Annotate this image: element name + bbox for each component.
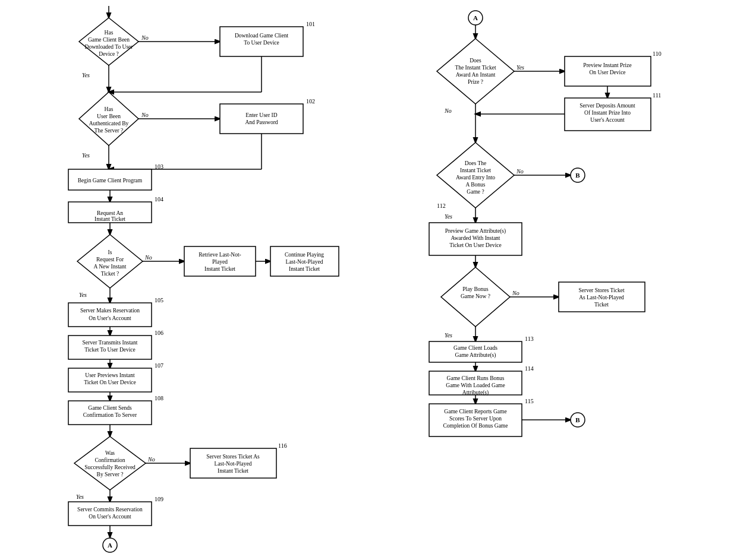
svg-text:Game Client Reports Game: Game Client Reports Game: [444, 409, 506, 415]
svg-text:Retrieve Last-Not-: Retrieve Last-Not-: [199, 252, 241, 258]
svg-text:Server Transmits Instant: Server Transmits Instant: [83, 340, 138, 346]
svg-text:112: 112: [437, 203, 446, 209]
svg-text:101: 101: [306, 21, 315, 27]
svg-text:Yes: Yes: [76, 493, 84, 500]
svg-text:110: 110: [653, 50, 662, 57]
svg-text:Preview Instant Prize: Preview Instant Prize: [583, 62, 631, 68]
svg-text:No: No: [516, 168, 524, 175]
svg-text:Prize ?: Prize ?: [468, 79, 483, 85]
svg-text:Server Makes Reservation: Server Makes Reservation: [80, 308, 140, 314]
svg-text:104: 104: [155, 196, 163, 203]
svg-text:Device ?: Device ?: [99, 51, 119, 57]
svg-text:Play Bonus: Play Bonus: [462, 286, 489, 292]
svg-text:Successfully Received: Successfully Received: [84, 464, 136, 470]
svg-text:Instant Ticket: Instant Ticket: [289, 266, 320, 272]
diagram-container: Has Game Client Been Downloaded To User …: [0, 0, 737, 560]
svg-text:Server Deposits Amount: Server Deposits Amount: [579, 103, 635, 109]
svg-text:Ticket ?: Ticket ?: [101, 271, 119, 277]
svg-text:Instant Ticket: Instant Ticket: [218, 468, 248, 474]
svg-text:Instant Ticket: Instant Ticket: [460, 167, 491, 173]
svg-marker-81: [74, 436, 146, 490]
svg-text:Yes: Yes: [79, 292, 87, 298]
svg-text:Ticket To User Device: Ticket To User Device: [84, 347, 136, 353]
svg-text:B: B: [575, 416, 580, 423]
svg-text:User's Account: User's Account: [590, 117, 625, 123]
svg-text:A: A: [108, 542, 112, 549]
svg-text:Ticket: Ticket: [594, 302, 609, 308]
svg-text:No: No: [444, 107, 452, 114]
svg-text:B: B: [575, 172, 580, 179]
svg-text:Has: Has: [105, 106, 114, 112]
svg-text:Request An: Request An: [97, 210, 123, 216]
flowchart-svg: Has Game Client Been Downloaded To User …: [0, 0, 737, 560]
svg-text:And Password: And Password: [245, 119, 278, 125]
svg-text:A Bonus: A Bonus: [466, 182, 486, 188]
svg-text:Game Client Been: Game Client Been: [88, 37, 130, 43]
svg-text:Game Client Sends: Game Client Sends: [88, 405, 132, 411]
svg-text:Enter User ID: Enter User ID: [245, 112, 277, 118]
svg-text:Server Stores Ticket: Server Stores Ticket: [578, 287, 624, 293]
svg-text:107: 107: [155, 362, 163, 369]
svg-text:Instant Ticket: Instant Ticket: [204, 266, 235, 272]
svg-text:A New Instant: A New Instant: [94, 264, 127, 270]
svg-text:Award Entry Into: Award Entry Into: [456, 175, 495, 181]
svg-text:User Been: User Been: [97, 113, 121, 119]
svg-text:Confirmation To Server: Confirmation To Server: [83, 412, 137, 418]
svg-text:Game Client Loads: Game Client Loads: [453, 345, 497, 351]
svg-text:Begin Game Client Program: Begin Game Client Program: [78, 178, 143, 183]
svg-rect-23: [220, 104, 303, 134]
svg-text:105: 105: [155, 297, 163, 303]
svg-text:Does: Does: [470, 58, 481, 64]
svg-text:The Instant Ticket: The Instant Ticket: [455, 65, 496, 71]
svg-text:Does The: Does The: [465, 160, 487, 166]
svg-text:Yes: Yes: [516, 64, 524, 71]
svg-text:On User's Account: On User's Account: [89, 315, 131, 321]
svg-text:Completion Of Bonus Game: Completion Of Bonus Game: [443, 423, 508, 429]
svg-text:By Server ?: By Server ?: [97, 472, 124, 477]
svg-text:As Last-Not-Played: As Last-Not-Played: [579, 295, 624, 300]
svg-text:No: No: [147, 456, 155, 463]
svg-text:Ticket On User Device: Ticket On User Device: [84, 379, 136, 385]
svg-text:Scores To Server Upon: Scores To Server Upon: [449, 416, 502, 422]
svg-text:Last-Not-Played: Last-Not-Played: [215, 461, 252, 467]
svg-text:A: A: [473, 14, 478, 21]
svg-text:Game Attribute(s): Game Attribute(s): [455, 352, 496, 359]
svg-text:No: No: [141, 112, 149, 118]
svg-text:108: 108: [155, 395, 163, 401]
svg-text:115: 115: [525, 398, 534, 404]
svg-text:Game Client Runs Bonus: Game Client Runs Bonus: [447, 375, 505, 381]
svg-text:No: No: [512, 290, 519, 296]
svg-text:Request For: Request For: [96, 257, 124, 262]
svg-text:Download Game Client: Download Game Client: [235, 33, 289, 39]
svg-text:No: No: [144, 254, 152, 261]
svg-text:Server Commits Reservation: Server Commits Reservation: [77, 507, 143, 512]
svg-text:103: 103: [155, 163, 163, 170]
svg-text:User Previews Instant: User Previews Instant: [85, 372, 135, 378]
svg-text:The Server ?: The Server ?: [95, 128, 124, 134]
svg-text:Confirmation: Confirmation: [95, 457, 125, 463]
svg-text:On User's Account: On User's Account: [89, 514, 131, 520]
svg-text:To User Device: To User Device: [244, 40, 279, 46]
svg-text:Yes: Yes: [82, 152, 90, 159]
svg-text:Instant Ticket: Instant Ticket: [95, 216, 125, 222]
svg-text:Authenticated By: Authenticated By: [89, 121, 129, 126]
svg-text:Downloaded To User: Downloaded To User: [85, 44, 134, 50]
svg-text:Continue Playing: Continue Playing: [285, 252, 324, 258]
svg-text:109: 109: [155, 496, 163, 502]
svg-text:102: 102: [306, 98, 315, 105]
svg-text:On User Device: On User Device: [589, 69, 625, 75]
svg-text:Game With Loaded Game: Game With Loaded Game: [446, 382, 505, 388]
svg-text:106: 106: [155, 330, 163, 336]
svg-text:Ticket On User Device: Ticket On User Device: [449, 242, 502, 248]
svg-text:Yes: Yes: [445, 332, 452, 338]
svg-text:Game Now ?: Game Now ?: [461, 293, 490, 299]
svg-text:Has: Has: [105, 30, 114, 36]
svg-text:114: 114: [525, 365, 534, 372]
svg-text:Is: Is: [108, 249, 112, 255]
svg-text:113: 113: [525, 336, 534, 342]
svg-text:Of Instant Prize Into: Of Instant Prize Into: [584, 110, 631, 116]
svg-text:Was: Was: [105, 450, 115, 456]
svg-text:Yes: Yes: [82, 72, 90, 78]
svg-text:Yes: Yes: [445, 213, 452, 220]
svg-text:Played: Played: [212, 259, 228, 265]
